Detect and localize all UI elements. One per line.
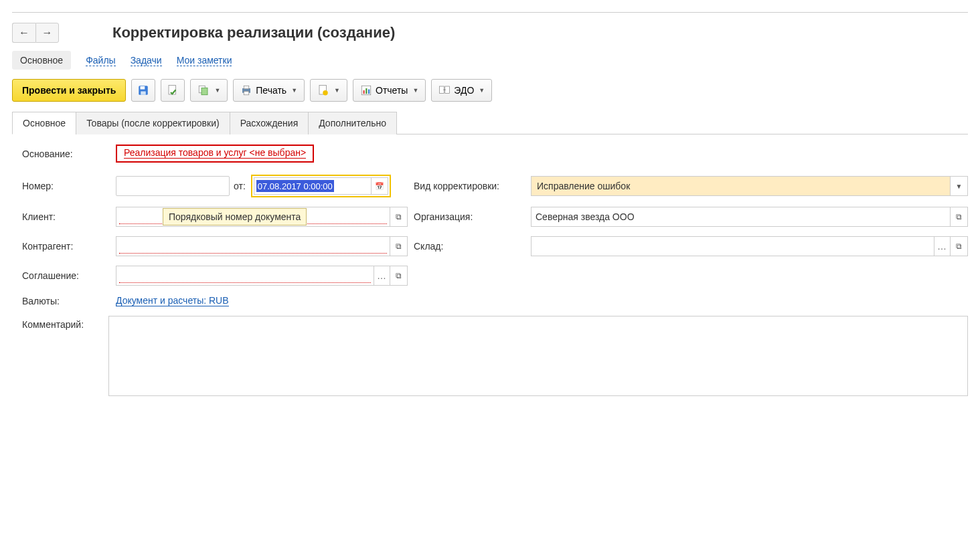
back-button[interactable]: ← (12, 23, 35, 43)
basis-link[interactable]: Реализация товаров и услуг <не выбран> (124, 147, 306, 159)
client-label: Клиент: (22, 211, 116, 222)
warehouse-select-button[interactable]: … (934, 236, 951, 256)
client-open-button[interactable]: ⧉ (390, 207, 408, 227)
create-based-on-button[interactable]: ▼ (190, 79, 228, 102)
copy-green-icon (197, 84, 210, 96)
edo-label: ЭДО (454, 85, 474, 96)
caret-down-icon: ▼ (291, 87, 297, 94)
reports-button[interactable]: Отчеты ▼ (353, 79, 426, 102)
row-comment: Комментарий: (22, 316, 968, 396)
tooltip-number: Порядковый номер документа (163, 208, 307, 225)
currency-link[interactable]: Документ и расчеты: RUB (116, 295, 229, 306)
date-value: 07.08.2017 0:00:00 (256, 180, 334, 192)
chart-icon (360, 84, 372, 96)
svg-rect-16 (445, 86, 450, 94)
warehouse-open-button[interactable]: ⧉ (951, 236, 968, 256)
print-button[interactable]: Печать ▼ (233, 79, 305, 102)
caret-down-icon: ▼ (412, 87, 418, 94)
currency-label: Валюты: (22, 296, 116, 306)
form-area: Основание: Реализация товаров и услуг <н… (12, 145, 968, 396)
correction-type-value: Исправление ошибок (537, 181, 630, 191)
tab-discrepancies[interactable]: Расхождения (230, 112, 309, 134)
number-label: Номер: (22, 181, 116, 191)
org-value: Северная звезда ООО (536, 211, 635, 222)
counterparty-label: Контрагент: (22, 241, 116, 252)
svg-rect-14 (368, 90, 370, 94)
from-label: от: (234, 181, 246, 191)
calendar-button[interactable]: 📅 (371, 177, 388, 195)
toolbar: Провести и закрыть ▼ Печать ▼ ▼ Отчеты ▼… (12, 79, 968, 102)
document-attach-icon (317, 84, 329, 96)
agreement-label: Соглашение: (22, 270, 116, 281)
date-highlight-box: 07.08.2017 0:00:00 📅 (251, 175, 391, 197)
row-agreement: Соглашение: … ⧉ (22, 266, 968, 286)
section-nav-notes[interactable]: Мои заметки (177, 55, 232, 66)
svg-rect-7 (244, 86, 250, 89)
svg-rect-12 (363, 90, 365, 94)
edo-button[interactable]: ЭДО ▼ (431, 79, 492, 102)
section-nav-files[interactable]: Файлы (86, 55, 115, 66)
document-check-icon (167, 84, 179, 96)
section-nav-tasks[interactable]: Задачи (131, 55, 162, 66)
submit-close-button[interactable]: Провести и закрыть (12, 79, 126, 102)
print-label: Печать (256, 85, 287, 96)
counterparty-input[interactable] (116, 236, 390, 256)
org-input[interactable]: Северная звезда ООО (531, 207, 951, 227)
tabs: Основное Товары (после корректировки) Ра… (12, 111, 968, 134)
edo-icon (438, 84, 451, 96)
attach-button[interactable]: ▼ (310, 79, 347, 102)
date-input[interactable]: 07.08.2017 0:00:00 (254, 177, 371, 195)
comment-label: Комментарий: (22, 316, 108, 330)
svg-rect-15 (440, 86, 444, 94)
comment-textarea[interactable] (108, 316, 968, 396)
tab-additional[interactable]: Дополнительно (308, 112, 397, 134)
svg-rect-1 (141, 86, 145, 90)
correction-type-label: Вид корректировки: (414, 181, 531, 191)
row-currency: Валюты: Документ и расчеты: RUB (22, 295, 968, 306)
nav-arrows: ← → (12, 23, 59, 43)
tab-main[interactable]: Основное (12, 112, 76, 134)
row-client: Клиент: Порядковый номер документа ⧉ Орг… (22, 207, 968, 227)
warehouse-label: Склад: (414, 241, 531, 252)
agreement-select-button[interactable]: … (374, 266, 390, 286)
caret-down-icon: ▼ (214, 87, 220, 94)
printer-icon (240, 84, 252, 96)
header-row: ← → Корректировка реализации (создание) (12, 23, 968, 43)
org-open-button[interactable]: ⧉ (951, 207, 968, 227)
svg-rect-2 (141, 92, 147, 95)
correction-type-dropdown-button[interactable]: ▼ (951, 176, 968, 196)
forward-button[interactable]: → (35, 23, 59, 43)
counterparty-open-button[interactable]: ⧉ (390, 236, 408, 256)
svg-rect-5 (201, 88, 208, 95)
section-nav-main[interactable]: Основное (12, 51, 71, 70)
correction-type-select[interactable]: Исправление ошибок (531, 176, 951, 196)
basis-highlight-box: Реализация товаров и услуг <не выбран> (116, 145, 314, 163)
save-icon (137, 84, 149, 96)
row-number: Номер: от: 07.08.2017 0:00:00 📅 Вид корр… (22, 175, 968, 197)
caret-down-icon: ▼ (334, 87, 340, 94)
top-divider (12, 12, 968, 13)
calendar-icon: 📅 (375, 182, 384, 191)
caret-down-icon: ▼ (479, 87, 485, 94)
save-button[interactable] (131, 79, 155, 102)
warehouse-input[interactable] (531, 236, 934, 256)
svg-point-10 (323, 90, 328, 96)
section-nav: Основное Файлы Задачи Мои заметки (12, 51, 968, 70)
org-label: Организация: (414, 211, 531, 222)
row-basis: Основание: Реализация товаров и услуг <н… (22, 145, 968, 163)
agreement-input[interactable] (116, 266, 374, 286)
reports-label: Отчеты (376, 85, 408, 96)
agreement-open-button[interactable]: ⧉ (390, 266, 408, 286)
row-counterparty: Контрагент: ⧉ Склад: … ⧉ (22, 236, 968, 256)
svg-rect-13 (365, 88, 367, 94)
number-input[interactable] (116, 176, 230, 196)
basis-label: Основание: (22, 149, 116, 159)
page-title: Корректировка реализации (создание) (112, 24, 395, 41)
post-button[interactable] (161, 79, 185, 102)
tab-goods[interactable]: Товары (после корректировки) (76, 112, 230, 134)
svg-rect-8 (244, 92, 250, 95)
